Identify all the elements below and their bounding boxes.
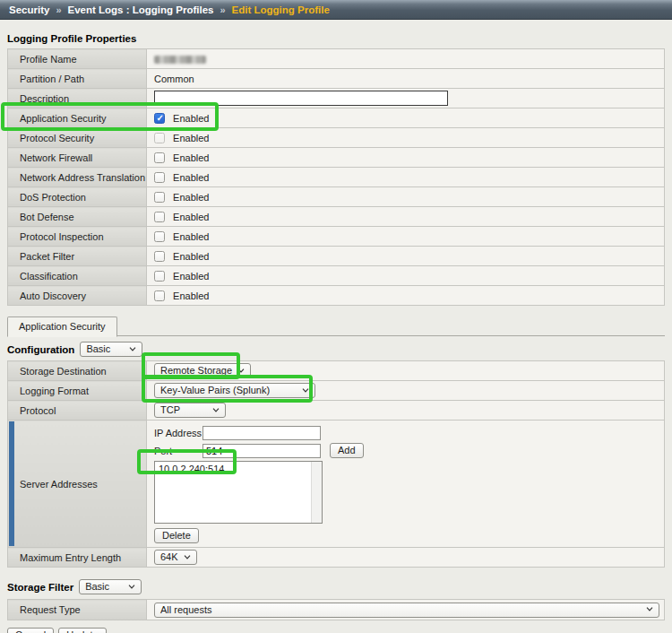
table-row: Protocol Security Enabled [8,128,665,148]
table-row: Storage Destination Remote Storage [8,361,665,381]
breadcrumb: Security » Event Logs : Logging Profiles… [0,0,672,20]
table-row: Network Address Translation Enabled [8,168,665,187]
delete-button[interactable]: Delete [154,528,199,543]
application-security-config-table: Storage Destination Remote Storage Loggi… [7,360,665,568]
table-row: Network Firewall Enabled [8,148,665,168]
enabled-label: Enabled [173,152,209,163]
network-firewall-checkbox[interactable] [154,152,165,163]
enabled-label: Enabled [173,133,209,143]
table-row: Packet Filter Enabled [8,247,665,266]
bot-defense-checkbox[interactable] [154,212,165,222]
enabled-label: Enabled [173,231,209,242]
changed-field-indicator [9,421,14,546]
breadcrumb-logging-profiles[interactable]: Event Logs : Logging Profiles [68,4,214,15]
breadcrumb-separator: » [56,4,61,15]
chevron-down-icon [302,388,309,393]
network-address-translation-label: Network Address Translation [8,168,147,187]
enabled-label: Enabled [173,172,209,183]
partition-path-label: Partition / Path [8,69,147,89]
port-input[interactable] [202,444,321,458]
description-label: Description [8,89,147,108]
enabled-label: Enabled [173,251,209,262]
network-firewall-label: Network Firewall [8,148,147,168]
table-row: Auto Discovery Enabled [8,286,665,306]
enabled-label: Enabled [173,212,209,222]
tab-strip: Application Security [7,316,665,336]
breadcrumb-current-page: Edit Logging Profile [232,4,330,15]
enabled-label: Enabled [173,192,209,203]
port-label: Port [154,446,202,456]
storage-filter-table: Request Type All requests [7,599,665,620]
table-row: Classification Enabled [8,266,665,286]
classification-label: Classification [8,266,147,286]
add-button[interactable]: Add [330,443,364,458]
logging-profile-properties-table: Profile Name Partition / Path Common Des… [7,48,665,306]
application-security-label: Application Security [8,108,147,128]
network-address-translation-checkbox[interactable] [154,172,165,183]
storage-destination-select[interactable]: Remote Storage [154,363,251,378]
breadcrumb-security[interactable]: Security [9,4,49,15]
server-addresses-listbox[interactable]: 10.0.2.240:514 [154,461,323,524]
table-row: Protocol Inspection Enabled [8,227,665,247]
logging-format-select[interactable]: Key-Value Pairs (Splunk) [154,383,315,398]
chevron-down-icon [646,607,653,611]
table-row: DoS Protection Enabled [8,187,665,207]
description-input[interactable] [154,91,448,106]
table-row: Partition / Path Common [8,69,665,89]
protocol-inspection-label: Protocol Inspection [8,227,147,247]
chevron-down-icon [129,347,136,351]
enabled-label: Enabled [173,113,209,124]
maximum-entry-length-label: Maximum Entry Length [8,548,147,568]
request-type-select[interactable]: All requests [154,603,659,618]
storage-destination-label: Storage Destination [8,361,147,381]
protocol-label: Protocol [8,401,147,421]
profile-name-redacted-value [154,56,206,64]
page-title: Logging Profile Properties [7,33,665,44]
dos-protection-label: DoS Protection [8,187,147,207]
storage-filter-level-select[interactable]: Basic [79,579,142,594]
ip-address-label: IP Address [154,428,202,438]
chevron-down-icon [128,585,135,589]
application-security-checkbox[interactable] [154,113,165,124]
table-row: Server Addresses IP Address Port Add [8,421,665,548]
auto-discovery-checkbox[interactable] [154,290,165,301]
table-row: Protocol TCP [8,401,665,421]
server-address-item[interactable]: 10.0.2.240:514 [155,462,322,476]
server-addresses-label: Server Addresses [8,421,147,548]
protocol-security-label: Protocol Security [8,128,147,148]
bot-defense-label: Bot Defense [8,207,147,227]
table-row: Maximum Entry Length 64K [8,548,665,568]
table-row: Profile Name [8,49,665,69]
enabled-label: Enabled [173,290,209,301]
ip-address-input[interactable] [202,426,321,440]
configuration-label: Configuration [7,344,74,355]
profile-name-label: Profile Name [8,49,147,69]
auto-discovery-label: Auto Discovery [8,286,147,306]
chevron-down-icon [184,555,191,559]
protocol-security-checkbox[interactable] [154,133,165,143]
update-button[interactable]: Update [58,628,106,633]
breadcrumb-separator: » [220,4,225,15]
configuration-level-select[interactable]: Basic [80,342,142,357]
maximum-entry-length-select[interactable]: 64K [154,550,197,565]
enabled-label: Enabled [173,271,209,282]
table-row: Bot Defense Enabled [8,207,665,227]
dos-protection-checkbox[interactable] [154,192,165,203]
table-row: Application Security Enabled [8,108,665,128]
packet-filter-label: Packet Filter [8,247,147,266]
packet-filter-checkbox[interactable] [154,251,165,262]
partition-path-value: Common [147,69,665,89]
classification-checkbox[interactable] [154,271,165,282]
edit-logging-profile-page: Security » Event Logs : Logging Profiles… [0,0,672,633]
table-row: Description [8,89,665,108]
storage-filter-label: Storage Filter [7,582,73,593]
table-row: Logging Format Key-Value Pairs (Splunk) [8,381,665,401]
protocol-select[interactable]: TCP [154,403,226,418]
protocol-inspection-checkbox[interactable] [154,231,165,242]
cancel-button[interactable]: Cancel [7,628,54,633]
chevron-down-icon [237,369,245,373]
chevron-down-icon [212,408,220,412]
tab-application-security[interactable]: Application Security [7,316,117,337]
request-type-label: Request Type [8,600,147,620]
logging-format-label: Logging Format [8,381,147,401]
